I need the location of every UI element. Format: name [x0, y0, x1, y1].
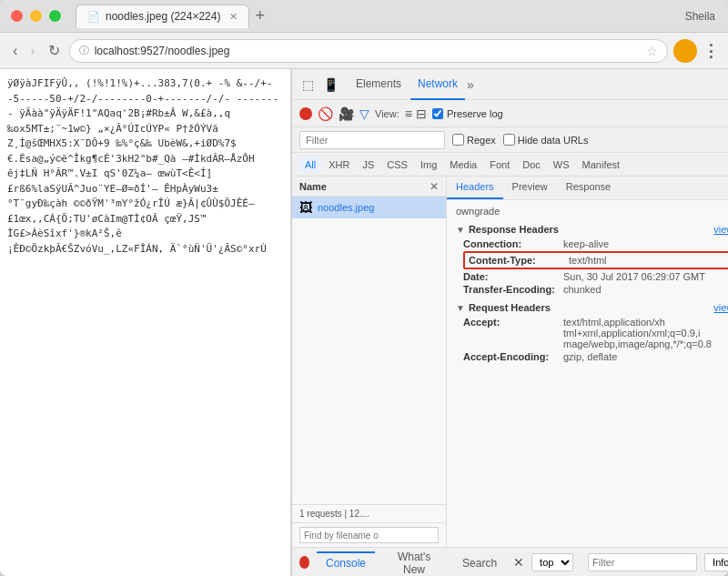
find-input[interactable]: [299, 527, 439, 543]
devtools-tabs: Elements Network »: [349, 69, 728, 100]
header-accept-value: text/html,application/xhtml+xml,applicat…: [563, 317, 728, 349]
tab-area: 📄 noodles.jpeg (224×224) ✕ +: [76, 5, 717, 28]
header-transfer-encoding-value: chunked: [563, 284, 728, 295]
filter-type-doc[interactable]: Doc: [517, 157, 546, 172]
response-toggle-icon[interactable]: ▼: [456, 225, 465, 235]
header-connection-name: Connection:: [463, 238, 563, 249]
header-connection: Connection: keep-alive: [456, 238, 728, 249]
new-tab-button[interactable]: +: [255, 6, 265, 25]
forward-button[interactable]: ›: [26, 39, 38, 63]
more-tabs-icon[interactable]: »: [467, 77, 474, 92]
tab-search[interactable]: Search: [453, 551, 506, 573]
view-label: View:: [375, 108, 399, 119]
main-content: ÿØÿàJFIFÿÛ,, (!%!1!%)+...383,7(0.+ -% &-…: [0, 69, 728, 576]
filter-type-xhr[interactable]: XHR: [323, 157, 355, 172]
filter-type-css[interactable]: CSS: [381, 157, 413, 172]
header-date-name: Date:: [463, 271, 563, 282]
tab-whats-new[interactable]: What's New: [382, 545, 446, 577]
filter-type-manifest[interactable]: Manifest: [577, 157, 626, 172]
tab-headers[interactable]: Headers: [447, 177, 503, 199]
view-icons: ≡ ⊟: [405, 106, 427, 121]
device-icon[interactable]: 📱: [320, 75, 341, 95]
filter-type-media[interactable]: Media: [444, 157, 482, 172]
bottom-filter-input[interactable]: [588, 553, 697, 571]
file-icon: 🖼: [299, 200, 312, 215]
request-item[interactable]: 🖼 noodles.jpeg: [292, 197, 446, 218]
tab-title: noodles.jpeg (224×224): [106, 10, 220, 23]
account-button[interactable]: [673, 39, 697, 63]
close-button[interactable]: [11, 10, 23, 22]
tab-preview[interactable]: Preview: [503, 177, 557, 199]
menu-button[interactable]: ⋮: [703, 41, 719, 61]
response-headers-title: Response Headers: [469, 224, 559, 235]
filter-types: AllXHRJSCSSImgMediaFontDocWSManifest: [292, 153, 728, 177]
regex-checkbox[interactable]: [452, 134, 464, 146]
response-headers-section: ▼ Response Headers view source: [456, 224, 728, 235]
filter-input[interactable]: [299, 131, 445, 149]
tab-file-icon: 📄: [87, 11, 100, 23]
grid-view-icon[interactable]: ⊟: [416, 106, 427, 121]
top-select-area: top: [531, 553, 573, 571]
hide-data-label[interactable]: Hide data URLs: [503, 134, 589, 146]
header-transfer-encoding: Transfer-Encoding: chunked: [456, 284, 728, 295]
window-controls: [11, 10, 61, 22]
detail-content: owngrade ▼ Response Headers view source …: [447, 200, 728, 547]
page-content: ÿØÿàJFIFÿÛ,, (!%!1!%)+...383,7(0.+ -% &-…: [0, 69, 291, 576]
header-accept: Accept: text/html,application/xhtml+xml,…: [456, 317, 728, 349]
clear-button[interactable]: 🚫: [318, 106, 333, 121]
tab-network[interactable]: Network: [410, 69, 465, 100]
tab-response[interactable]: Response: [557, 177, 621, 199]
detail-panel: Headers Preview Response » owngrade ▼ Re…: [447, 177, 728, 547]
filter-type-font[interactable]: Font: [484, 157, 515, 172]
response-view-source-link[interactable]: view source: [713, 224, 728, 235]
request-list: Name ✕ 🖼 noodles.jpeg 1 requests | 12...…: [292, 177, 447, 547]
inspect-icon[interactable]: ⬚: [299, 75, 317, 95]
record-button[interactable]: [299, 107, 312, 120]
maximize-button[interactable]: [49, 10, 61, 22]
preserve-log-label[interactable]: Preserve log: [432, 108, 503, 119]
tab-elements[interactable]: Elements: [349, 69, 409, 100]
network-toolbar: 🚫 🎥 ▽ View: ≡ ⊟ Preserve log: [292, 100, 728, 127]
find-by-filename: [292, 522, 446, 547]
filter-type-all[interactable]: All: [299, 157, 321, 172]
active-tab[interactable]: 📄 noodles.jpeg (224×224) ✕: [76, 5, 249, 28]
address-bar: ‹ › ↻ ⓘ localhost:9527/noodles.jpeg ☆ ⋮: [0, 33, 728, 69]
filter-type-ws[interactable]: WS: [548, 157, 575, 172]
close-column-button[interactable]: ✕: [430, 180, 439, 193]
minimize-button[interactable]: [30, 10, 42, 22]
bookmark-button[interactable]: ☆: [646, 44, 658, 58]
header-date-value: Sun, 30 Jul 2017 06:29:07 GMT: [563, 271, 728, 282]
regex-label[interactable]: Regex: [452, 134, 496, 146]
preserve-log-checkbox[interactable]: [432, 108, 443, 119]
header-transfer-encoding-name: Transfer-Encoding:: [463, 284, 563, 295]
camera-button[interactable]: 🎥: [339, 106, 354, 121]
top-select[interactable]: top: [531, 553, 573, 571]
filter-button[interactable]: ▽: [359, 106, 369, 121]
bottom-close-icon[interactable]: ✕: [513, 555, 524, 570]
request-headers-title: Request Headers: [469, 302, 551, 313]
header-connection-value: keep-alive: [563, 238, 728, 249]
info-icon: ⓘ: [79, 44, 89, 57]
bottom-level-select[interactable]: Info: [704, 553, 728, 571]
detail-tabs: Headers Preview Response »: [447, 177, 728, 200]
bottom-filter: [588, 553, 697, 571]
request-view-source-link[interactable]: view source: [713, 302, 728, 313]
preserve-log-text: Preserve log: [447, 108, 503, 119]
url-bar[interactable]: ⓘ localhost:9527/noodles.jpeg ☆: [69, 39, 668, 63]
tab-console[interactable]: Console: [317, 551, 375, 573]
hide-data-checkbox[interactable]: [503, 134, 515, 146]
header-date: Date: Sun, 30 Jul 2017 06:29:07 GMT: [456, 271, 728, 282]
filter-type-img[interactable]: Img: [415, 157, 442, 172]
bottom-bar: Console What's New Search ✕ top Info ⚙: [292, 547, 728, 576]
tab-close-icon[interactable]: ✕: [229, 11, 238, 23]
request-headers-section: ▼ Request Headers view source: [456, 302, 728, 313]
filter-type-js[interactable]: JS: [357, 157, 379, 172]
page-text: ÿØÿàJFIFÿÛ,, (!%!1!%)+...383,7(0.+ -% &-…: [7, 77, 278, 255]
list-view-icon[interactable]: ≡: [405, 106, 412, 121]
network-split: Name ✕ 🖼 noodles.jpeg 1 requests | 12...…: [292, 177, 728, 547]
back-button[interactable]: ‹: [9, 39, 21, 63]
reload-button[interactable]: ↻: [45, 38, 64, 63]
devtools-icons: ⬚ 📱: [299, 75, 341, 95]
header-content-type-highlighted: Content-Type: text/html: [463, 251, 728, 269]
request-toggle-icon[interactable]: ▼: [456, 303, 465, 313]
